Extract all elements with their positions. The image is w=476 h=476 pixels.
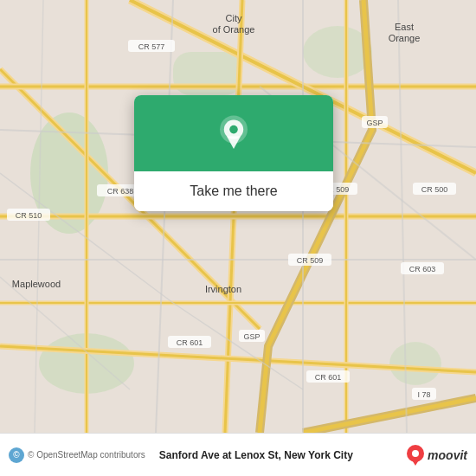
moovit-label: moovit xyxy=(428,448,467,462)
svg-marker-72 xyxy=(411,459,420,466)
svg-text:GSP: GSP xyxy=(366,119,383,127)
moovit-icon xyxy=(405,443,426,467)
svg-text:of Orange: of Orange xyxy=(213,24,255,35)
location-pin-icon xyxy=(213,114,254,156)
svg-text:GSP: GSP xyxy=(243,332,260,341)
svg-text:CR 601: CR 601 xyxy=(315,373,342,382)
svg-point-68 xyxy=(229,125,238,134)
moovit-logo: moovit xyxy=(405,443,467,467)
svg-text:Irvington: Irvington xyxy=(205,284,241,294)
osm-text: © OpenStreetMap contributors xyxy=(28,450,145,460)
svg-text:CR 603: CR 603 xyxy=(409,265,436,273)
bottom-bar: © © OpenStreetMap contributors Sanford A… xyxy=(0,433,476,476)
popup-card: Take me there xyxy=(134,95,333,211)
svg-point-71 xyxy=(412,450,419,457)
svg-text:I 78: I 78 xyxy=(417,390,430,399)
osm-attribution: © © OpenStreetMap contributors xyxy=(9,447,145,463)
svg-marker-69 xyxy=(227,137,241,149)
svg-text:Maplewood: Maplewood xyxy=(12,279,61,289)
svg-text:CR 638: CR 638 xyxy=(107,187,134,196)
svg-text:CR 510: CR 510 xyxy=(16,211,42,220)
map: CR 577 CR 510 CR 638 CR 509 CR 509 CR 50… xyxy=(0,0,476,433)
popup-header xyxy=(134,95,333,171)
svg-text:CR 500: CR 500 xyxy=(421,185,448,194)
svg-text:CR 601: CR 601 xyxy=(177,338,203,347)
svg-text:CR 577: CR 577 xyxy=(138,42,165,51)
svg-point-4 xyxy=(389,342,441,385)
take-me-there-button[interactable]: Take me there xyxy=(134,171,333,211)
svg-text:City: City xyxy=(226,13,242,23)
svg-text:East: East xyxy=(395,22,414,32)
svg-text:Orange: Orange xyxy=(389,33,421,43)
svg-text:CR 509: CR 509 xyxy=(297,256,324,265)
osm-icon: © xyxy=(9,447,24,463)
location-label: Sanford Ave at Lenox St, New York City xyxy=(159,449,398,461)
